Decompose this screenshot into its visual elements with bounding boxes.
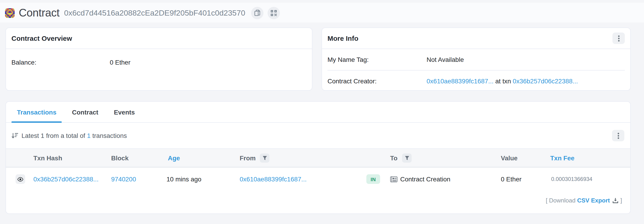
- balance-row: Balance: 0 Ether: [6, 52, 312, 73]
- contract-address: 0x6cd7d44516a20882cEa2DE9f205bF401c0d235…: [64, 9, 245, 18]
- address-identicon: [5, 8, 15, 18]
- download-suffix: ]: [620, 197, 622, 204]
- copy-address-button[interactable]: [251, 7, 264, 19]
- filter-icon: [262, 155, 267, 160]
- contract-overview-title: Contract Overview: [12, 34, 72, 42]
- qr-code-button[interactable]: [268, 7, 280, 19]
- from-address-link[interactable]: 0x610ae88399fc1687...: [240, 175, 307, 183]
- creator-infix-text: at txn: [494, 77, 513, 85]
- from-filter-button[interactable]: [260, 153, 270, 162]
- column-header-to: To: [390, 154, 398, 161]
- sort-descending-icon: [12, 132, 18, 139]
- tab-contract[interactable]: Contract: [66, 102, 104, 122]
- balance-value: 0 Ether: [110, 59, 306, 66]
- contract-overview-header: Contract Overview: [6, 28, 312, 49]
- contract-creator-value: 0x610ae88399fc1687... at txn 0x36b257d06…: [426, 77, 625, 85]
- more-info-card: More Info My Name Tag: Not Available Con…: [322, 28, 631, 91]
- eye-icon: [18, 177, 23, 181]
- transactions-card: Transactions Contract Events Latest 1 fr…: [6, 101, 631, 214]
- creator-txn-link[interactable]: 0x36b257d06c22388...: [513, 77, 578, 85]
- download-icon: [613, 198, 618, 203]
- transactions-summary-row: Latest 1 from a total of 1 transactions: [6, 123, 630, 148]
- filter-icon: [404, 155, 409, 160]
- to-value: Contract Creation: [400, 175, 450, 183]
- kebab-icon: [618, 35, 620, 42]
- name-tag-label: My Name Tag:: [328, 56, 426, 63]
- csv-export-link[interactable]: CSV Export: [577, 197, 610, 204]
- balance-label: Balance:: [12, 59, 110, 66]
- page-header: Contract 0x6cd7d44516a20882cEa2DE9f205bF…: [5, 7, 280, 19]
- to-cell: Contract Creation: [390, 175, 450, 183]
- block-link[interactable]: 9740200: [111, 175, 136, 183]
- transaction-row: 0x36b257d06c22388... 9740200 10 mins ago…: [6, 168, 630, 190]
- column-header-txn-fee[interactable]: Txn Fee: [550, 154, 574, 161]
- summary-count-link[interactable]: 1: [87, 132, 90, 139]
- contract-overview-card: Contract Overview Balance: 0 Ether: [6, 28, 312, 91]
- age-value: 10 mins ago: [166, 175, 202, 183]
- page-title: Contract: [19, 7, 60, 19]
- txn-fee-value: 0.000301366934: [551, 176, 592, 182]
- more-info-title: More Info: [328, 34, 358, 42]
- more-info-header: More Info: [322, 28, 630, 49]
- download-prefix: [ Download: [546, 197, 576, 204]
- creator-address-link[interactable]: 0x610ae88399fc1687...: [426, 77, 494, 85]
- transactions-menu-button[interactable]: [612, 130, 624, 141]
- name-tag-value: Not Available: [426, 56, 625, 63]
- column-header-txn-hash: Txn Hash: [34, 154, 62, 161]
- kebab-icon: [617, 132, 619, 139]
- column-header-value: Value: [501, 154, 518, 161]
- column-header-age[interactable]: Age: [168, 154, 180, 161]
- name-tag-row: My Name Tag: Not Available: [322, 49, 630, 70]
- value-cell: 0 Ether: [501, 175, 522, 183]
- to-filter-button[interactable]: [402, 153, 412, 162]
- summary-prefix: Latest 1 from a total of: [22, 132, 87, 139]
- tab-events[interactable]: Events: [108, 102, 140, 122]
- summary-suffix: transactions: [90, 132, 127, 139]
- column-header-block: Block: [111, 154, 128, 161]
- csv-export-row: [ Download CSV Export ]: [6, 195, 630, 206]
- page: Contract 0x6cd7d44516a20882cEa2DE9f205bF…: [0, 0, 644, 224]
- txn-preview-button[interactable]: [16, 174, 25, 184]
- contract-creator-row: Contract Creator: 0x610ae88399fc1687... …: [322, 71, 630, 92]
- column-header-from: From: [240, 154, 256, 161]
- contract-creation-icon: [390, 176, 398, 182]
- qr-code-icon: [271, 10, 277, 16]
- tab-bar: Transactions Contract Events: [6, 102, 630, 123]
- contract-creator-label: Contract Creator:: [328, 77, 426, 85]
- direction-badge: IN: [366, 174, 380, 184]
- txn-hash-link[interactable]: 0x36b257d06c22388...: [34, 175, 98, 183]
- transactions-table-header: Txn Hash Block Age From To Value Txn Fee: [6, 148, 630, 168]
- copy-icon: [254, 10, 260, 16]
- tab-transactions[interactable]: Transactions: [12, 102, 62, 122]
- more-info-menu-button[interactable]: [612, 33, 625, 44]
